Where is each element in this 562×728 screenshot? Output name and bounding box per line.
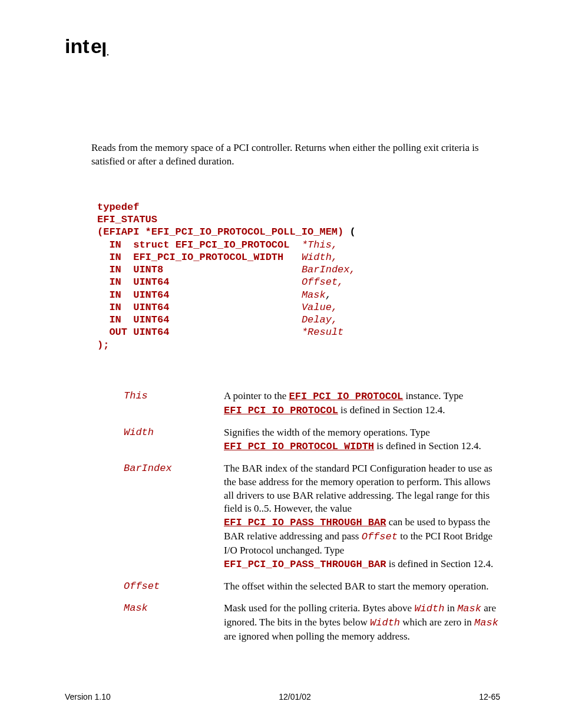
param-desc: The BAR index of the standard PCI Config…	[224, 462, 500, 572]
param-desc: Signifies the width of the memory operat…	[224, 426, 500, 454]
param-row-offset: Offset The offset within the selected BA…	[124, 580, 500, 594]
prototype-block: typedef EFI_STATUS (EFIAPI *EFI_PCI_IO_P…	[97, 201, 500, 351]
param-desc: The offset within the selected BAR to st…	[224, 580, 500, 594]
param-row-this: This A pointer to the EFI_PCI_IO_PROTOCO…	[124, 390, 500, 418]
param-desc: A pointer to the EFI_PCI_IO_PROTOCOL ins…	[224, 390, 500, 418]
proto-row-this: IN struct EFI_PCI_IO_PROTOCOL *This,	[97, 239, 338, 251]
proto-row-offset: IN UINT64 Offset,	[97, 276, 343, 288]
intel-logo: int e l	[65, 35, 500, 59]
svg-text:l: l	[101, 38, 107, 59]
param-row-width: Width Signifies the width of the memory …	[124, 426, 500, 454]
param-name: Mask	[124, 602, 224, 644]
svg-text:int: int	[65, 35, 90, 57]
svg-text:e: e	[91, 35, 102, 57]
proto-close: );	[97, 340, 109, 351]
proto-row-width: IN EFI_PCI_IO_PROTOCOL_WIDTH Width,	[97, 252, 338, 263]
param-row-barindex: BarIndex The BAR index of the standard P…	[124, 462, 500, 572]
param-name: BarIndex	[124, 462, 224, 572]
footer-page: 12-65	[479, 692, 500, 701]
param-name: Offset	[124, 580, 224, 594]
svg-point-3	[107, 54, 108, 55]
param-name: Width	[124, 426, 224, 454]
proto-fn: (EFIAPI *EFI_PCI_IO_PROTOCOL_POLL_IO_MEM…	[97, 226, 343, 238]
footer-version: Version 1.10	[65, 692, 111, 701]
proto-row-barindex: IN UINT8 BarIndex,	[97, 264, 356, 275]
proto-open: (	[343, 226, 355, 238]
intro-paragraph: Reads from the memory space of a PCI con…	[91, 141, 500, 169]
params-table: This A pointer to the EFI_PCI_IO_PROTOCO…	[124, 390, 500, 644]
footer-date: 12/01/02	[279, 692, 311, 701]
proto-status: EFI_STATUS	[97, 214, 157, 225]
proto-row-delay: IN UINT64 Delay,	[97, 314, 338, 325]
proto-row-result: OUT UINT64 *Result	[97, 327, 343, 338]
param-row-mask: Mask Mask used for the polling criteria.…	[124, 602, 500, 644]
param-desc: Mask used for the polling criteria. Byte…	[224, 602, 500, 644]
proto-row-value: IN UINT64 Value,	[97, 302, 338, 313]
page-footer: Version 1.10 12/01/02 12-65	[65, 692, 500, 701]
proto-typedef: typedef	[97, 202, 139, 213]
param-name: This	[124, 390, 224, 418]
proto-row-mask: IN UINT64 Mask,	[97, 289, 332, 301]
